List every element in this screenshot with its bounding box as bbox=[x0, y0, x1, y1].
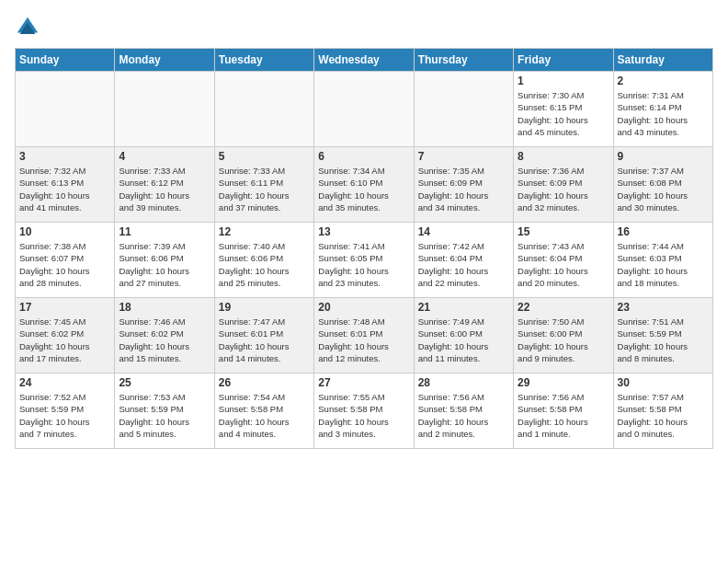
day-number: 1 bbox=[518, 75, 609, 87]
day-info: Sunrise: 7:33 AM Sunset: 6:11 PM Dayligh… bbox=[219, 165, 310, 213]
week-row-3: 10Sunrise: 7:38 AM Sunset: 6:07 PM Dayli… bbox=[16, 223, 713, 298]
day-number: 4 bbox=[119, 150, 210, 163]
day-number: 7 bbox=[418, 150, 509, 163]
day-info: Sunrise: 7:33 AM Sunset: 6:12 PM Dayligh… bbox=[119, 165, 210, 213]
week-row-5: 24Sunrise: 7:52 AM Sunset: 5:59 PM Dayli… bbox=[16, 373, 713, 449]
day-info: Sunrise: 7:55 AM Sunset: 5:58 PM Dayligh… bbox=[318, 391, 409, 440]
day-number: 9 bbox=[618, 150, 709, 163]
day-cell: 7Sunrise: 7:35 AM Sunset: 6:09 PM Daylig… bbox=[414, 147, 513, 223]
day-cell: 14Sunrise: 7:42 AM Sunset: 6:04 PM Dayli… bbox=[414, 223, 513, 298]
day-cell: 21Sunrise: 7:49 AM Sunset: 6:00 PM Dayli… bbox=[414, 298, 513, 373]
day-cell: 10Sunrise: 7:38 AM Sunset: 6:07 PM Dayli… bbox=[16, 223, 115, 298]
day-info: Sunrise: 7:32 AM Sunset: 6:13 PM Dayligh… bbox=[19, 165, 110, 213]
day-number: 15 bbox=[518, 225, 609, 238]
day-info: Sunrise: 7:48 AM Sunset: 6:01 PM Dayligh… bbox=[318, 316, 409, 364]
day-cell: 30Sunrise: 7:57 AM Sunset: 5:58 PM Dayli… bbox=[613, 373, 712, 449]
day-number: 14 bbox=[418, 225, 509, 238]
day-info: Sunrise: 7:39 AM Sunset: 6:06 PM Dayligh… bbox=[119, 240, 210, 289]
day-info: Sunrise: 7:36 AM Sunset: 6:09 PM Dayligh… bbox=[518, 165, 609, 213]
day-cell: 28Sunrise: 7:56 AM Sunset: 5:58 PM Dayli… bbox=[414, 373, 513, 449]
day-cell bbox=[115, 72, 214, 147]
day-cell: 15Sunrise: 7:43 AM Sunset: 6:04 PM Dayli… bbox=[514, 223, 613, 298]
logo bbox=[15, 15, 42, 40]
day-number: 29 bbox=[518, 376, 609, 389]
day-number: 21 bbox=[418, 301, 509, 314]
calendar-table: SundayMondayTuesdayWednesdayThursdayFrid… bbox=[15, 48, 713, 449]
day-number: 26 bbox=[219, 376, 310, 389]
day-number: 19 bbox=[219, 301, 310, 314]
day-number: 16 bbox=[618, 225, 709, 238]
col-header-saturday: Saturday bbox=[613, 49, 712, 72]
header-row: SundayMondayTuesdayWednesdayThursdayFrid… bbox=[16, 49, 713, 72]
week-row-1: 1Sunrise: 7:30 AM Sunset: 6:15 PM Daylig… bbox=[16, 72, 713, 147]
col-header-friday: Friday bbox=[514, 49, 613, 72]
day-info: Sunrise: 7:31 AM Sunset: 6:14 PM Dayligh… bbox=[618, 89, 709, 138]
day-info: Sunrise: 7:38 AM Sunset: 6:07 PM Dayligh… bbox=[19, 240, 110, 289]
day-number: 8 bbox=[518, 150, 609, 163]
day-info: Sunrise: 7:52 AM Sunset: 5:59 PM Dayligh… bbox=[19, 391, 110, 440]
day-number: 12 bbox=[219, 225, 310, 238]
day-cell: 27Sunrise: 7:55 AM Sunset: 5:58 PM Dayli… bbox=[314, 373, 414, 449]
day-info: Sunrise: 7:53 AM Sunset: 5:59 PM Dayligh… bbox=[119, 391, 210, 440]
day-cell: 8Sunrise: 7:36 AM Sunset: 6:09 PM Daylig… bbox=[514, 147, 613, 223]
day-cell: 19Sunrise: 7:47 AM Sunset: 6:01 PM Dayli… bbox=[214, 298, 313, 373]
day-cell: 2Sunrise: 7:31 AM Sunset: 6:14 PM Daylig… bbox=[613, 72, 712, 147]
day-number: 11 bbox=[119, 225, 210, 238]
day-info: Sunrise: 7:54 AM Sunset: 5:58 PM Dayligh… bbox=[219, 391, 310, 440]
week-row-2: 3Sunrise: 7:32 AM Sunset: 6:13 PM Daylig… bbox=[16, 147, 713, 223]
day-cell: 26Sunrise: 7:54 AM Sunset: 5:58 PM Dayli… bbox=[214, 373, 313, 449]
day-cell: 29Sunrise: 7:56 AM Sunset: 5:58 PM Dayli… bbox=[514, 373, 613, 449]
day-cell: 1Sunrise: 7:30 AM Sunset: 6:15 PM Daylig… bbox=[514, 72, 613, 147]
day-cell: 20Sunrise: 7:48 AM Sunset: 6:01 PM Dayli… bbox=[314, 298, 414, 373]
day-cell: 22Sunrise: 7:50 AM Sunset: 6:00 PM Dayli… bbox=[514, 298, 613, 373]
day-info: Sunrise: 7:47 AM Sunset: 6:01 PM Dayligh… bbox=[219, 316, 310, 364]
day-info: Sunrise: 7:50 AM Sunset: 6:00 PM Dayligh… bbox=[518, 316, 609, 364]
day-number: 22 bbox=[518, 301, 609, 314]
day-cell: 4Sunrise: 7:33 AM Sunset: 6:12 PM Daylig… bbox=[115, 147, 214, 223]
day-number: 5 bbox=[219, 150, 310, 163]
day-number: 30 bbox=[618, 376, 709, 389]
day-number: 25 bbox=[119, 376, 210, 389]
day-cell bbox=[414, 72, 513, 147]
day-info: Sunrise: 7:45 AM Sunset: 6:02 PM Dayligh… bbox=[19, 316, 110, 364]
day-cell: 23Sunrise: 7:51 AM Sunset: 5:59 PM Dayli… bbox=[613, 298, 712, 373]
day-number: 18 bbox=[119, 301, 210, 314]
day-cell bbox=[214, 72, 313, 147]
col-header-tuesday: Tuesday bbox=[214, 49, 313, 72]
day-number: 2 bbox=[618, 75, 709, 87]
day-cell: 16Sunrise: 7:44 AM Sunset: 6:03 PM Dayli… bbox=[613, 223, 712, 298]
day-cell: 17Sunrise: 7:45 AM Sunset: 6:02 PM Dayli… bbox=[16, 298, 115, 373]
day-info: Sunrise: 7:43 AM Sunset: 6:04 PM Dayligh… bbox=[518, 240, 609, 289]
day-info: Sunrise: 7:37 AM Sunset: 6:08 PM Dayligh… bbox=[618, 165, 709, 213]
day-number: 3 bbox=[19, 150, 110, 163]
day-number: 20 bbox=[318, 301, 409, 314]
day-number: 23 bbox=[618, 301, 709, 314]
day-number: 17 bbox=[19, 301, 110, 314]
day-cell: 13Sunrise: 7:41 AM Sunset: 6:05 PM Dayli… bbox=[314, 223, 414, 298]
day-info: Sunrise: 7:46 AM Sunset: 6:02 PM Dayligh… bbox=[119, 316, 210, 364]
header bbox=[15, 15, 713, 40]
day-cell: 5Sunrise: 7:33 AM Sunset: 6:11 PM Daylig… bbox=[214, 147, 313, 223]
week-row-4: 17Sunrise: 7:45 AM Sunset: 6:02 PM Dayli… bbox=[16, 298, 713, 373]
day-info: Sunrise: 7:41 AM Sunset: 6:05 PM Dayligh… bbox=[318, 240, 409, 289]
day-number: 27 bbox=[318, 376, 409, 389]
col-header-monday: Monday bbox=[115, 49, 214, 72]
day-cell: 12Sunrise: 7:40 AM Sunset: 6:06 PM Dayli… bbox=[214, 223, 313, 298]
day-info: Sunrise: 7:44 AM Sunset: 6:03 PM Dayligh… bbox=[618, 240, 709, 289]
day-cell: 24Sunrise: 7:52 AM Sunset: 5:59 PM Dayli… bbox=[16, 373, 115, 449]
day-info: Sunrise: 7:56 AM Sunset: 5:58 PM Dayligh… bbox=[418, 391, 509, 440]
day-info: Sunrise: 7:42 AM Sunset: 6:04 PM Dayligh… bbox=[418, 240, 509, 289]
day-cell: 11Sunrise: 7:39 AM Sunset: 6:06 PM Dayli… bbox=[115, 223, 214, 298]
day-cell: 25Sunrise: 7:53 AM Sunset: 5:59 PM Dayli… bbox=[115, 373, 214, 449]
day-number: 24 bbox=[19, 376, 110, 389]
day-info: Sunrise: 7:49 AM Sunset: 6:00 PM Dayligh… bbox=[418, 316, 509, 364]
day-number: 6 bbox=[318, 150, 409, 163]
day-info: Sunrise: 7:56 AM Sunset: 5:58 PM Dayligh… bbox=[518, 391, 609, 440]
page: SundayMondayTuesdayWednesdayThursdayFrid… bbox=[0, 0, 728, 563]
day-info: Sunrise: 7:34 AM Sunset: 6:10 PM Dayligh… bbox=[318, 165, 409, 213]
day-info: Sunrise: 7:35 AM Sunset: 6:09 PM Dayligh… bbox=[418, 165, 509, 213]
col-header-sunday: Sunday bbox=[16, 49, 115, 72]
logo-icon bbox=[15, 15, 40, 40]
day-number: 28 bbox=[418, 376, 509, 389]
col-header-wednesday: Wednesday bbox=[314, 49, 414, 72]
